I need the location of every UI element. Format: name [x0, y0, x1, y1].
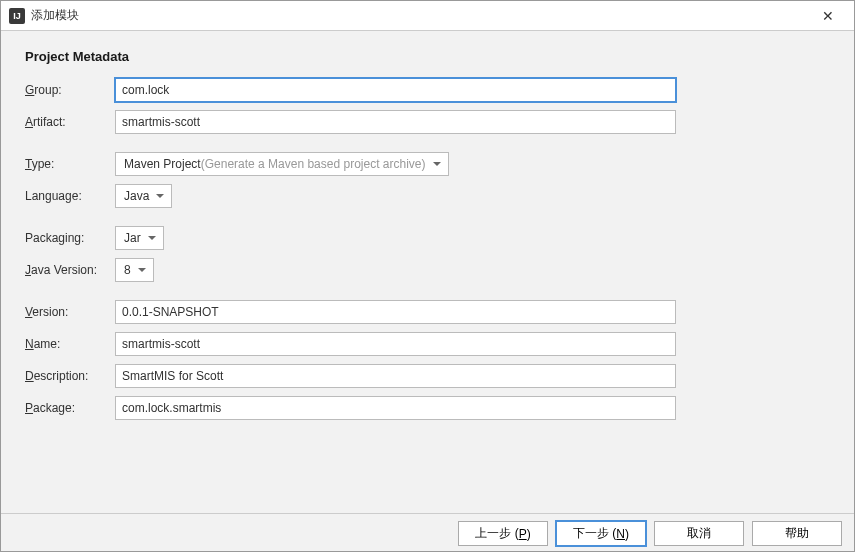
section-title: Project Metadata: [25, 49, 832, 64]
row-version: Version:: [25, 300, 832, 324]
package-input[interactable]: [115, 396, 676, 420]
packaging-select[interactable]: Jar: [115, 226, 164, 250]
label-artifact: Artifact:: [25, 115, 115, 129]
row-java-version: Java Version: 8: [25, 258, 832, 282]
row-packaging: Packaging: Jar: [25, 226, 832, 250]
version-input[interactable]: [115, 300, 676, 324]
content-area: Project Metadata Group: Artifact: Type: …: [1, 31, 855, 513]
cancel-button[interactable]: 取消: [654, 521, 744, 546]
label-package: Package:: [25, 401, 115, 415]
app-icon: IJ: [9, 8, 25, 24]
next-button[interactable]: 下一步 (N): [556, 521, 646, 546]
artifact-input[interactable]: [115, 110, 676, 134]
label-name: Name:: [25, 337, 115, 351]
footer: 上一步 (P) 下一步 (N) 取消 帮助: [1, 513, 855, 552]
help-button[interactable]: 帮助: [752, 521, 842, 546]
row-group: Group:: [25, 78, 832, 102]
row-description: Description:: [25, 364, 832, 388]
group-input[interactable]: [115, 78, 676, 102]
row-name: Name:: [25, 332, 832, 356]
label-language: Language:: [25, 189, 115, 203]
description-input[interactable]: [115, 364, 676, 388]
java-version-select[interactable]: 8: [115, 258, 154, 282]
window-title: 添加模块: [31, 7, 808, 24]
row-language: Language: Java: [25, 184, 832, 208]
label-type: Type:: [25, 157, 115, 171]
row-type: Type: Maven Project (Generate a Maven ba…: [25, 152, 832, 176]
row-package: Package:: [25, 396, 832, 420]
name-input[interactable]: [115, 332, 676, 356]
label-version: Version:: [25, 305, 115, 319]
label-packaging: Packaging:: [25, 231, 115, 245]
title-bar: IJ 添加模块 ✕: [1, 1, 855, 31]
label-java-version: Java Version:: [25, 263, 115, 277]
row-artifact: Artifact:: [25, 110, 832, 134]
label-description: Description:: [25, 369, 115, 383]
label-group: Group:: [25, 83, 115, 97]
previous-button[interactable]: 上一步 (P): [458, 521, 548, 546]
language-select[interactable]: Java: [115, 184, 172, 208]
type-select[interactable]: Maven Project (Generate a Maven based pr…: [115, 152, 449, 176]
close-icon[interactable]: ✕: [808, 1, 848, 31]
